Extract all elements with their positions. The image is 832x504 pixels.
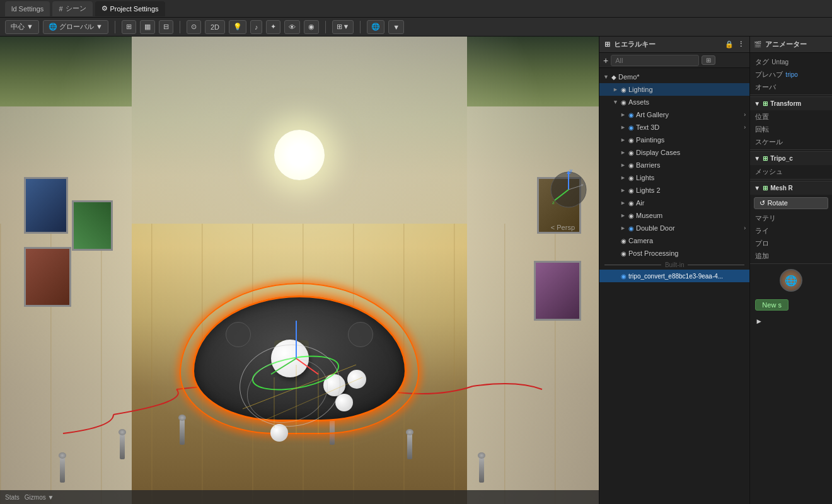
paintings-icon: ◉ bbox=[628, 137, 634, 144]
paintings-label: Paintings bbox=[636, 136, 746, 144]
navigation-cube[interactable]: y z bbox=[550, 168, 581, 205]
paintings-arrow: ► bbox=[620, 137, 627, 143]
game-controller[interactable] bbox=[180, 283, 419, 434]
animator-icon: 🎬 bbox=[750, 41, 765, 48]
audio-btn[interactable]: ♪ bbox=[250, 20, 263, 34]
air-arrow: ► bbox=[620, 200, 627, 206]
bottom-expand[interactable]: ► bbox=[750, 313, 832, 329]
globe-icon: 🌐 bbox=[49, 23, 57, 31]
main-layout: y z < Persp Stats Gizmos ▼ ⊞ bbox=[0, 37, 832, 504]
display-cases-arrow: ► bbox=[620, 149, 627, 156]
viewport[interactable]: y z < Persp Stats Gizmos ▼ bbox=[0, 37, 599, 504]
tree-item-lights2[interactable]: ► ◉ Lights 2 bbox=[599, 184, 749, 197]
camera-icon: ◉ bbox=[621, 238, 627, 244]
lighting-label: Lighting bbox=[628, 86, 746, 93]
scale-label: スケール bbox=[755, 137, 783, 147]
divider-2 bbox=[750, 149, 832, 150]
display-cases-icon: ◉ bbox=[628, 149, 634, 156]
build-settings-label: ld Settings bbox=[11, 5, 43, 13]
mesh-renderer-arrow: ▼ bbox=[754, 185, 760, 192]
tripo-section[interactable]: ▼ ⊞ Tripo_c bbox=[750, 151, 832, 165]
position-row: 位置 bbox=[750, 110, 832, 123]
tag-row: タグ Untag bbox=[750, 55, 832, 68]
tree-item-tripo[interactable]: ◉ tripo_convert_e88bc1e3-9eaa-4... bbox=[599, 270, 749, 282]
tree-item-art-gallery[interactable]: ► ◉ Art Gallery › bbox=[599, 108, 749, 121]
tree-item-barriers[interactable]: ► ◉ Barriers bbox=[599, 159, 749, 171]
lighting-icon: ◉ bbox=[621, 86, 627, 93]
hierarchy-title: ヒエラルキー bbox=[614, 40, 656, 49]
tree-item-assets[interactable]: ▼ ◉ Assets bbox=[599, 96, 749, 108]
barrier-post-3 bbox=[120, 434, 125, 459]
sphere-small-2 bbox=[347, 370, 366, 389]
tree-item-text3d[interactable]: ► ◉ Text 3D › bbox=[599, 121, 749, 134]
hidden-btn[interactable]: ◉ bbox=[304, 20, 319, 34]
tree-item-paintings[interactable]: ► ◉ Paintings bbox=[599, 134, 749, 146]
lock-icon[interactable]: 🔒 bbox=[725, 40, 734, 49]
layout-btn[interactable]: ▦ bbox=[140, 20, 155, 34]
2d-btn[interactable]: 2D bbox=[205, 20, 225, 34]
tripo-section-icon: ⊞ bbox=[763, 155, 768, 162]
circle-btn[interactable]: ⊙ bbox=[187, 20, 201, 34]
tree-item-display-cases[interactable]: ► ◉ Display Cases bbox=[599, 146, 749, 159]
prefab-value: tripo bbox=[785, 71, 797, 78]
global-btn[interactable]: 🌐 グローバル ▼ bbox=[43, 20, 108, 34]
tag-value: Untag bbox=[771, 59, 789, 66]
tree-item-lights1[interactable]: ► ◉ Lights bbox=[599, 171, 749, 184]
tree-item-demo[interactable]: ▼ ◆ Demo* bbox=[599, 71, 749, 83]
hierarchy-search-btn[interactable]: ⊞ bbox=[702, 55, 715, 65]
view-btn[interactable]: ⊟ bbox=[159, 20, 173, 34]
tree-item-post-processing[interactable]: ◉ Post Processing bbox=[599, 247, 749, 260]
mesh-renderer-label: Mesh R bbox=[770, 185, 793, 192]
tree-item-double-door[interactable]: ► ◉ Double Door › bbox=[599, 222, 749, 234]
tripo-label: tripo_convert_e88bc1e3-9eaa-4... bbox=[628, 273, 746, 280]
expand-arrow-icon: ► bbox=[755, 317, 763, 326]
toolbar-separator-3 bbox=[325, 21, 326, 33]
tripo-section-label: Tripo_c bbox=[770, 155, 793, 162]
tab-build-settings[interactable]: ld Settings bbox=[5, 1, 50, 16]
text3d-label: Text 3D bbox=[636, 123, 742, 131]
globe-view-btn[interactable]: 🌐 bbox=[367, 20, 384, 34]
art-gallery-arrow: ► bbox=[620, 112, 627, 118]
tripo-icon: ◉ bbox=[621, 273, 627, 280]
barriers-arrow: ► bbox=[620, 162, 627, 168]
tree-item-museum[interactable]: ► ◉ Museum bbox=[599, 209, 749, 222]
hierarchy-tree: ▼ ◆ Demo* ► ◉ Lighting ▼ ◉ Assets bbox=[599, 68, 749, 504]
text3d-icon: ◉ bbox=[628, 124, 634, 131]
air-icon: ◉ bbox=[628, 200, 634, 207]
tab-scene[interactable]: # シーン bbox=[52, 1, 92, 16]
gizmo-btn[interactable]: ▼ bbox=[388, 20, 404, 34]
new-btn-container: New s bbox=[750, 297, 832, 313]
project-settings-label: Project Settings bbox=[110, 5, 159, 13]
more-icon[interactable]: ⋮ bbox=[737, 40, 744, 49]
tab-project-settings[interactable]: ⚙ Project Settings bbox=[95, 1, 165, 16]
hierarchy-header: ⊞ ヒエラルキー 🔒 ⋮ bbox=[599, 37, 749, 53]
art-gallery-label: Art Gallery bbox=[636, 111, 742, 118]
separator-line-2 bbox=[688, 265, 744, 265]
tree-item-lighting[interactable]: ► ◉ Lighting bbox=[599, 83, 749, 96]
lighting-arrow: ► bbox=[613, 86, 619, 93]
separator-line bbox=[604, 265, 661, 265]
demo-icon: ◆ bbox=[611, 74, 616, 81]
mesh-renderer-section[interactable]: ▼ ⊞ Mesh R bbox=[750, 181, 832, 195]
plus-icon[interactable]: + bbox=[603, 55, 608, 66]
transform-section[interactable]: ▼ ⊞ Transform bbox=[750, 96, 832, 110]
rotate-tooltip[interactable]: ↺ Rotate bbox=[754, 197, 828, 209]
rotation-row: 回転 bbox=[750, 123, 832, 135]
lights2-label: Lights 2 bbox=[636, 186, 746, 194]
tree-item-air[interactable]: ► ◉ Air bbox=[599, 197, 749, 209]
text3d-arrow: ► bbox=[620, 124, 627, 130]
grid-btn[interactable]: ⊞ bbox=[122, 20, 136, 34]
transform-label: Transform bbox=[770, 100, 801, 107]
center-btn[interactable]: 中心 ▼ bbox=[5, 20, 39, 34]
effects-btn[interactable]: ✦ bbox=[266, 20, 280, 34]
eye-btn[interactable]: 👁 bbox=[284, 20, 300, 34]
material-row: マテリ bbox=[750, 212, 832, 224]
double-door-expand: › bbox=[744, 225, 746, 231]
tree-item-camera[interactable]: ◉ Camera bbox=[599, 234, 749, 247]
assets-label: Assets bbox=[628, 98, 746, 106]
hierarchy-search-input[interactable] bbox=[611, 55, 699, 66]
new-button[interactable]: New s bbox=[755, 299, 789, 311]
aspect-btn[interactable]: ⊞▼ bbox=[332, 20, 354, 34]
2d-label: 2D bbox=[211, 23, 219, 31]
lightbulb-btn[interactable]: 💡 bbox=[229, 20, 246, 34]
